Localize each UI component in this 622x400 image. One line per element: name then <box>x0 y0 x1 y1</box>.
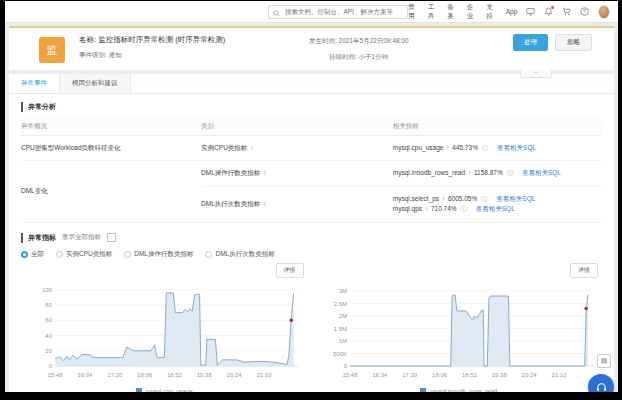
svg-text:500K: 500K <box>332 350 346 356</box>
arrow-up-icon: ↑ <box>250 144 253 151</box>
svg-text:18:06: 18:06 <box>137 372 153 378</box>
help-icon[interactable]: ? <box>580 7 589 16</box>
category-cell: 实例CPU类指标 ↑ <box>201 136 393 161</box>
content-card: 异常事件 根因分析和建议 异常分析 异常概况 类别 相关指标 CPU密集型Wor… <box>9 74 614 392</box>
svg-text:15:48: 15:48 <box>47 372 63 378</box>
info-icon[interactable]: ⓘ <box>481 195 488 202</box>
svg-text:?: ? <box>583 8 586 14</box>
nav-item-support[interactable]: 支持 <box>486 3 496 21</box>
svg-text:3M: 3M <box>338 288 346 294</box>
arrow-up-icon: ↑ <box>468 169 471 176</box>
svg-text:17:20: 17:20 <box>107 372 123 378</box>
anomaly-analysis-title: 异常分析 <box>21 102 602 112</box>
svg-text:20:24: 20:24 <box>227 372 243 378</box>
radio-dot-icon <box>21 251 28 258</box>
user-avatar[interactable] <box>598 5 610 19</box>
svg-text:2M: 2M <box>338 313 346 319</box>
svg-text:17:20: 17:20 <box>402 372 418 378</box>
cpu-chart-detail-button[interactable]: 详情 <box>276 263 304 278</box>
ignore-button[interactable]: 忽略 <box>555 34 592 51</box>
nav-item-tools[interactable]: 工具 <box>428 3 438 21</box>
cpu-usage-chart-block: 详情 02040608010015:4816:3417:2018:0618:52… <box>21 263 308 392</box>
info-icon[interactable]: ⓘ <box>507 169 514 176</box>
column-metrics: 相关指标 <box>393 118 602 136</box>
view-sql-link[interactable]: 查看相关SQL <box>497 144 536 151</box>
event-duration: 持续时间: 小于1分钟 <box>329 53 409 62</box>
collapse-handle[interactable]: - <box>520 70 552 78</box>
view-sql-link[interactable]: 查看相关SQL <box>522 169 561 176</box>
cart-icon[interactable] <box>562 7 571 16</box>
radio-all[interactable]: 全部 <box>21 250 44 259</box>
rows-read-chart-block: 详情 0500K1M1.5M2M2.5M3M15:4816:3417:2018:… <box>316 263 603 392</box>
bell-icon[interactable] <box>544 7 553 16</box>
cpu-usage-chart: 02040608010015:4816:3417:2018:0618:5219:… <box>21 278 306 382</box>
svg-text:15:48: 15:48 <box>342 372 358 378</box>
search-icon <box>273 3 280 21</box>
column-category: 类别 <box>201 118 393 136</box>
svg-text:2.5M: 2.5M <box>333 300 346 306</box>
event-header-card: 监 名称: 监控指标时序异常检测 (时序异常检测) 事件级别: 通知 发生时间:… <box>9 26 614 70</box>
svg-text:60: 60 <box>45 317 52 323</box>
console-window: 费用 工具 备案 企业 支持 App ? 监 名称: 监控指标时序 <box>5 1 618 392</box>
tab-root-cause[interactable]: 根因分析和建议 <box>60 74 131 93</box>
metric-name: mysql.cpu_usage <box>393 144 444 151</box>
arrow-up-icon: ↑ <box>425 205 428 212</box>
rows-read-chart-detail-button[interactable]: 详情 <box>570 263 598 278</box>
svg-text:0: 0 <box>49 363 53 369</box>
table-row: DML变化 DML操作行数类指标 ↑ mysql.innodb_rows_rea… <box>21 161 602 186</box>
arrow-up-icon: ↑ <box>446 144 449 151</box>
notification-dot <box>551 6 554 9</box>
category-label: 实例CPU类指标 <box>201 144 247 151</box>
nav-item-app[interactable]: App <box>506 8 518 15</box>
tab-anomaly-event[interactable]: 异常事件 <box>9 74 60 93</box>
headset-icon <box>595 381 608 393</box>
search-input[interactable] <box>283 7 403 16</box>
svg-text:21:10: 21:10 <box>256 372 272 378</box>
radio-cpu-metrics[interactable]: 实例CPU类指标 <box>56 250 112 259</box>
handle-button[interactable]: 处理 <box>513 34 548 51</box>
feedback-icon[interactable]: ▤ <box>597 354 611 368</box>
search-box[interactable] <box>268 5 408 19</box>
radio-dml-rows-metrics[interactable]: DML操作行数类指标 <box>124 250 193 259</box>
legend-label: mysql.cpu_usage <box>146 388 193 392</box>
show-all-metrics-checkbox[interactable] <box>107 233 116 242</box>
metrics-cell: mysql.select_ps ↑ 6005.05% ⓘ 查看相关SQL mys… <box>393 186 602 222</box>
radio-dot-icon <box>56 251 63 258</box>
metric-filter-group: 全部 实例CPU类指标 DML操作行数类指标 DML执行次数类指标 <box>21 250 602 259</box>
nav-item-billing[interactable]: 费用 <box>408 3 418 21</box>
event-occur-time: 发生时间: 2021年5月22日09:48:00 <box>309 37 409 46</box>
view-sql-link[interactable]: 查看相关SQL <box>496 195 535 202</box>
legend-label: mysql.innodb_rows_read <box>430 388 497 392</box>
radio-label: 全部 <box>31 250 44 259</box>
svg-text:100: 100 <box>42 286 53 292</box>
category-cell: DML操作行数类指标 ↑ <box>201 161 393 186</box>
display-icon[interactable] <box>526 7 535 16</box>
anomaly-metrics-title: 异常指标 <box>21 233 56 243</box>
svg-text:20: 20 <box>45 347 52 353</box>
overview-cell: DML变化 <box>21 161 201 222</box>
legend-swatch <box>420 388 426 392</box>
view-sql-link[interactable]: 查看相关SQL <box>476 205 515 212</box>
column-overview: 异常概况 <box>21 118 201 136</box>
nav-item-icp[interactable]: 备案 <box>447 3 457 21</box>
metric-delta: 1158.87% <box>474 169 503 176</box>
info-icon[interactable]: ⓘ <box>460 205 467 212</box>
svg-text:19:38: 19:38 <box>491 372 507 378</box>
svg-text:20:24: 20:24 <box>521 372 537 378</box>
info-icon[interactable]: ⓘ <box>482 144 489 151</box>
metric-name: mysql.select_ps <box>393 195 439 202</box>
svg-text:18:52: 18:52 <box>461 372 477 378</box>
svg-text:16:34: 16:34 <box>372 372 388 378</box>
nav-item-company[interactable]: 企业 <box>467 3 477 21</box>
show-all-metrics-label: 显示全部指标 <box>62 233 101 242</box>
anomaly-analysis-table: 异常概况 类别 相关指标 CPU密集型Workload负载特征变化 实例CPU类… <box>21 118 602 223</box>
monitor-event-icon: 监 <box>39 37 65 63</box>
arrow-up-icon: ↑ <box>442 195 445 202</box>
radio-dml-exec-metrics[interactable]: DML执行次数类指标 <box>205 250 274 259</box>
radio-dot-icon <box>205 251 212 258</box>
svg-text:19:38: 19:38 <box>197 372 213 378</box>
arrow-up-icon: ↑ <box>263 200 266 207</box>
svg-text:21:10: 21:10 <box>551 372 567 378</box>
radio-label: 实例CPU类指标 <box>66 250 112 259</box>
svg-text:18:06: 18:06 <box>432 372 448 378</box>
